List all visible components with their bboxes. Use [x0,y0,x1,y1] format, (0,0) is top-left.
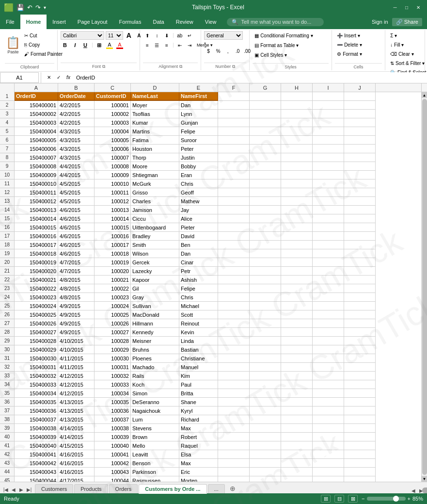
cell-r21-c3[interactable]: 100020 [95,267,131,276]
tab-formulas[interactable]: Formulas [113,15,147,29]
cell-r33-c4[interactable]: Rails [131,372,179,380]
cell-r31-c3[interactable]: 100030 [95,354,131,363]
cell-r45-c3[interactable]: 100044 [95,476,131,482]
cell-r17-c5[interactable]: David [179,232,218,241]
cell-r5-c2[interactable]: 4/3/2015 [58,127,95,136]
quick-access-save[interactable]: 💾 [16,4,24,11]
row-header-12[interactable]: 12 [0,188,15,197]
bold-button[interactable]: B [61,41,69,49]
cell-r42-c1[interactable]: 150400041 [15,450,58,459]
row-header-22[interactable]: 22 [0,276,15,284]
cell-r29-c4[interactable]: Meisner [131,337,179,345]
cell-r3-c1[interactable]: 150400002 [15,110,58,118]
row-header-32[interactable]: 32 [0,363,15,372]
row-header-36[interactable]: 36 [0,398,15,406]
increase-indent-button[interactable]: ⇥ [185,41,194,49]
cell-r30-c4[interactable]: Bruhns [131,345,179,354]
font-size-increase[interactable]: A [125,31,133,40]
cell-r43-c2[interactable]: 4/16/2015 [58,459,95,468]
col-header-E[interactable]: E [179,83,218,92]
row-header-8[interactable]: 8 [0,153,15,162]
align-middle-button[interactable]: ↕ [153,31,161,40]
cell-r9-c4[interactable]: Moore [131,162,179,171]
cell-r25-c1[interactable]: 150400024 [15,302,58,310]
cell-r38-c4[interactable]: Lum [131,415,179,424]
cell-r22-c1[interactable]: 150400021 [15,276,58,284]
cell-r44-c5[interactable]: Eric [179,468,218,476]
cell-r27-c5[interactable]: Reinout [179,319,218,328]
cell-r24-c1[interactable]: 150400023 [15,293,58,302]
cell-r28-c4[interactable]: Kennedy [131,328,179,337]
cell-r28-c2[interactable]: 4/9/2015 [58,328,95,337]
cell-r27-c1[interactable]: 150400026 [15,319,58,328]
cell-r29-c3[interactable]: 100028 [95,337,131,345]
row-header-40[interactable]: 40 [0,433,15,441]
row-header-4[interactable]: 4 [0,118,15,127]
cell-r42-c3[interactable]: 100041 [95,450,131,459]
cell-r13-c4[interactable]: Charles [131,197,179,206]
comma-button[interactable]: , [223,47,232,55]
cell-r25-c4[interactable]: Sullivan [131,302,179,310]
cell-r2-c3[interactable]: 100001 [95,101,131,110]
name-box[interactable] [0,72,39,83]
currency-button[interactable]: $ [204,47,213,55]
cell-r32-c5[interactable]: Manuel [179,363,218,372]
cell-r24-c5[interactable]: Chris [179,293,218,302]
cell-r45-c2[interactable]: 4/17/2015 [58,476,95,482]
cell-r21-c2[interactable]: 4/7/2015 [58,267,95,276]
cell-r2-c4[interactable]: Moyer [131,101,179,110]
cell-r8-c3[interactable]: 100007 [95,153,131,162]
cell-r4-c1[interactable]: 150400003 [15,118,58,127]
cell-r21-c4[interactable]: Lazecky [131,267,179,276]
cell-r42-c4[interactable]: Leavitt [131,450,179,459]
cell-r19-c4[interactable]: Wilson [131,249,179,258]
cell-r10-c3[interactable]: 100009 [95,171,131,179]
quick-access-redo[interactable]: ↷ [35,4,41,11]
align-bottom-button[interactable]: ⬇ [162,31,171,40]
tab-nav-next[interactable]: ▶ [17,486,25,493]
row-header-34[interactable]: 34 [0,380,15,389]
cell-r31-c4[interactable]: Ploenes [131,354,179,363]
cell-r23-c5[interactable]: Felipe [179,284,218,293]
row-header-28[interactable]: 28 [0,328,15,337]
cell-r26-c3[interactable]: 100025 [95,310,131,319]
confirm-formula-icon[interactable]: ✓ [55,74,63,81]
row-header-2[interactable]: 2 [0,101,15,110]
cell-r40-c5[interactable]: Robert [179,433,218,441]
cell-r27-c4[interactable]: Hillmann [131,319,179,328]
italic-button[interactable]: I [71,41,79,49]
cell-r37-c3[interactable]: 100036 [95,406,131,415]
formula-input[interactable] [74,72,427,83]
cell-r42-c2[interactable]: 4/16/2015 [58,450,95,459]
cell-r16-c1[interactable]: 150400015 [15,223,58,232]
cell-r22-c5[interactable]: Ashish [179,276,218,284]
cell-r40-c4[interactable]: Brown [131,433,179,441]
tab-nav-first[interactable]: |◀ [2,486,10,493]
cell-r28-c1[interactable]: 150400027 [15,328,58,337]
cell-r41-c4[interactable]: Mello [131,441,179,450]
cell-r4-c5[interactable]: Gunjan [179,118,218,127]
row-header-23[interactable]: 23 [0,284,15,293]
cell-r37-c1[interactable]: 150400036 [15,406,58,415]
cell-r23-c4[interactable]: Gil [131,284,179,293]
cell-r13-c5[interactable]: Mathew [179,197,218,206]
row-header-9[interactable]: 9 [0,162,15,171]
cell-r35-c3[interactable]: 100034 [95,389,131,398]
cell-r45-c1[interactable]: 150400044 [15,476,58,482]
cell-r44-c4[interactable]: Parkinson [131,468,179,476]
cell-r2-c1[interactable]: 150400001 [15,101,58,110]
cell-r44-c2[interactable]: 4/16/2015 [58,468,95,476]
cell-r6-c1[interactable]: 150400005 [15,136,58,145]
cell-r41-c3[interactable]: 100040 [95,441,131,450]
cell-r36-c3[interactable]: 100035 [95,398,131,406]
add-sheet-button[interactable]: ⊕ [228,484,237,493]
percent-button[interactable]: % [214,47,222,55]
cell-r39-c3[interactable]: 100038 [95,424,131,433]
cell-r7-c2[interactable]: 4/3/2015 [58,145,95,153]
cell-r20-c3[interactable]: 100019 [95,258,131,267]
border-button[interactable]: ⊞ [95,41,104,49]
search-placeholder[interactable]: Tell me what you want to do... [241,19,311,25]
row-header-11[interactable]: 11 [0,179,15,188]
cell-r9-c3[interactable]: 100008 [95,162,131,171]
cell-r23-c2[interactable]: 4/8/2015 [58,284,95,293]
